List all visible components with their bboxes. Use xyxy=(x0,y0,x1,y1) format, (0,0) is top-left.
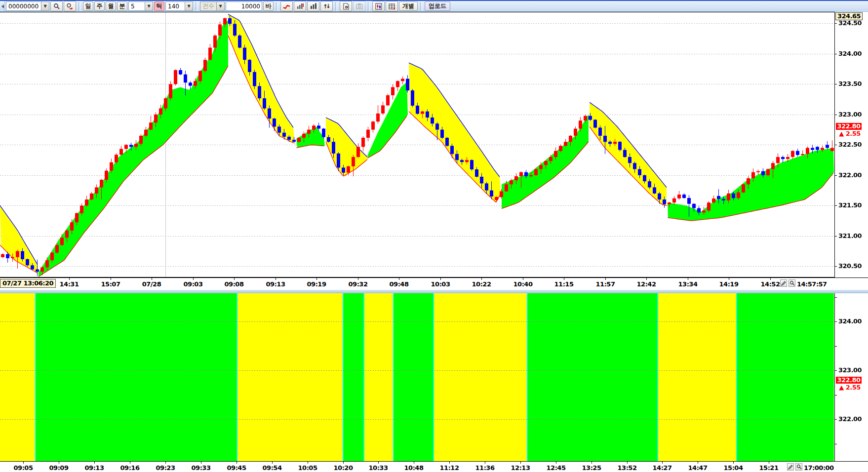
candlestick-icon xyxy=(375,3,382,10)
price-tick-label: 320.50 xyxy=(838,263,867,270)
magnifier-icon xyxy=(789,280,795,286)
document-icon: D xyxy=(343,3,350,10)
price-tick-label: 321.50 xyxy=(838,202,867,209)
time-tick-label: 13:25 xyxy=(582,464,601,472)
time-tick-label: 09:03 xyxy=(184,280,203,288)
time-tick-label: 09:13 xyxy=(266,280,285,288)
minute-combo[interactable]: 5 ▼ xyxy=(128,1,153,11)
toolbar-collapse-arrow[interactable] xyxy=(0,1,5,11)
time-tick-label: 14:19 xyxy=(719,280,739,288)
time-tick-label: 13:52 xyxy=(618,464,637,472)
sort-updown-button[interactable] xyxy=(320,1,333,11)
period-minute-button[interactable]: 분 xyxy=(117,1,127,11)
minute-value: 5 xyxy=(129,3,145,10)
price-tick-label: 323.00 xyxy=(838,367,867,374)
zoom-button[interactable] xyxy=(789,279,795,287)
chevron-down-icon[interactable]: ▼ xyxy=(185,2,193,10)
time-tick-label: 15:21 xyxy=(759,464,779,472)
period-tick-button[interactable]: 틱 xyxy=(154,1,164,11)
time-tick-label: 14:47 xyxy=(688,464,708,472)
annotate-button[interactable] xyxy=(780,279,787,287)
lower-trend-stripes-chart[interactable] xyxy=(0,293,868,461)
trading-chart-window: 00000000 ▼ 일 주 월 분 5 ▼ 틱 140 ▼ 건수 ▼ 1000… xyxy=(0,0,868,472)
separator xyxy=(335,2,337,11)
bar-count-input[interactable]: 10000 xyxy=(226,1,262,11)
time-tick-label: 07/28 xyxy=(142,280,161,288)
new-document-button[interactable]: D xyxy=(340,1,352,11)
upper-time-axis: 14:3115:0707/2809:0309:0809:1309:1909:32… xyxy=(0,277,868,290)
toolbar: 00000000 ▼ 일 주 월 분 5 ▼ 틱 140 ▼ 건수 ▼ 1000… xyxy=(0,0,868,12)
chevron-down-icon[interactable]: ▼ xyxy=(41,2,49,10)
period-day-button[interactable]: 일 xyxy=(83,1,93,11)
candle-settings-button[interactable] xyxy=(372,1,385,11)
time-tick xyxy=(399,278,399,280)
svg-text:D: D xyxy=(345,5,348,9)
time-tick-label: 09:19 xyxy=(307,280,326,288)
time-tick xyxy=(523,278,523,280)
price-tick-label: 321.00 xyxy=(838,233,867,239)
time-tick-label: 12:45 xyxy=(547,464,566,472)
symbol-jump-button[interactable] xyxy=(64,1,76,11)
axis-end-time: 14:57:57 xyxy=(797,280,827,288)
start-datetime-box: 07/27 13:06:20 xyxy=(0,279,56,288)
bar-button[interactable]: 바 xyxy=(263,1,274,11)
search-button[interactable] xyxy=(50,1,63,11)
pencil-icon xyxy=(788,465,793,470)
grid-settings-button[interactable] xyxy=(386,1,398,11)
pencil-icon xyxy=(781,281,786,286)
volume-alert-button[interactable] xyxy=(294,1,306,11)
time-tick-label: 10:20 xyxy=(334,464,353,472)
time-tick xyxy=(688,278,688,280)
time-tick xyxy=(481,278,482,280)
annotate-button[interactable] xyxy=(787,463,794,471)
time-tick-label: 10:05 xyxy=(298,464,317,472)
up-down-arrows-icon xyxy=(323,3,330,9)
time-tick xyxy=(564,278,564,280)
time-tick xyxy=(165,462,166,464)
tick-count-value: 140 xyxy=(166,3,185,10)
symbol-combo[interactable]: 00000000 ▼ xyxy=(6,1,49,11)
bar-chart-button[interactable] xyxy=(307,1,319,11)
time-tick xyxy=(662,462,663,464)
chevron-down-icon[interactable]: ▼ xyxy=(145,2,153,10)
period-month-button[interactable]: 월 xyxy=(106,1,116,11)
time-tick-label: 09:33 xyxy=(192,464,211,472)
time-tick-label: 09:08 xyxy=(225,280,244,288)
time-tick xyxy=(316,278,317,280)
line-chart-icon xyxy=(283,3,290,9)
current-price-tag: 322.80 xyxy=(836,377,862,384)
time-tick xyxy=(698,462,698,464)
panel-splitter[interactable] xyxy=(0,289,868,293)
zoom-button[interactable] xyxy=(795,463,802,471)
period-week-button[interactable]: 주 xyxy=(94,1,105,11)
time-tick xyxy=(556,462,556,464)
upper-candlestick-chart[interactable] xyxy=(0,12,868,277)
time-tick-label: 12:13 xyxy=(511,464,530,472)
upload-button[interactable]: 업로드 xyxy=(425,1,450,11)
chevron-down-icon: ▼ xyxy=(216,2,224,10)
time-tick-label: 11:12 xyxy=(440,464,459,472)
tick-count-combo[interactable]: 140 ▼ xyxy=(165,1,193,11)
current-price-tag: 322.80 xyxy=(836,123,862,130)
current-price-change: ▲ 2.55 xyxy=(836,384,864,391)
up-triangle-icon: ▲ xyxy=(839,130,844,137)
time-tick xyxy=(23,462,24,464)
time-tick-label: 09:16 xyxy=(120,464,140,472)
separator xyxy=(196,2,197,11)
time-tick-label: 11:57 xyxy=(596,280,615,288)
time-tick-label: 11:15 xyxy=(554,280,574,288)
line-style-button[interactable] xyxy=(280,1,293,11)
time-tick-label: 09:05 xyxy=(14,464,33,472)
individual-button[interactable]: 개별 xyxy=(399,1,418,11)
camera-icon xyxy=(356,3,363,9)
lower-time-axis: 09:0509:0909:1309:1609:2309:3309:4509:54… xyxy=(0,461,868,472)
time-tick-label: 14:31 xyxy=(60,280,79,288)
time-tick xyxy=(627,462,628,464)
time-tick xyxy=(770,278,771,280)
price-tick-label: 324.50 xyxy=(838,20,867,27)
price-tick-label: 324.00 xyxy=(838,50,867,57)
bar-chart-icon xyxy=(310,3,317,9)
left-arrow-icon xyxy=(1,4,4,8)
time-tick xyxy=(605,278,606,280)
time-tick-label: 09:09 xyxy=(49,464,69,472)
